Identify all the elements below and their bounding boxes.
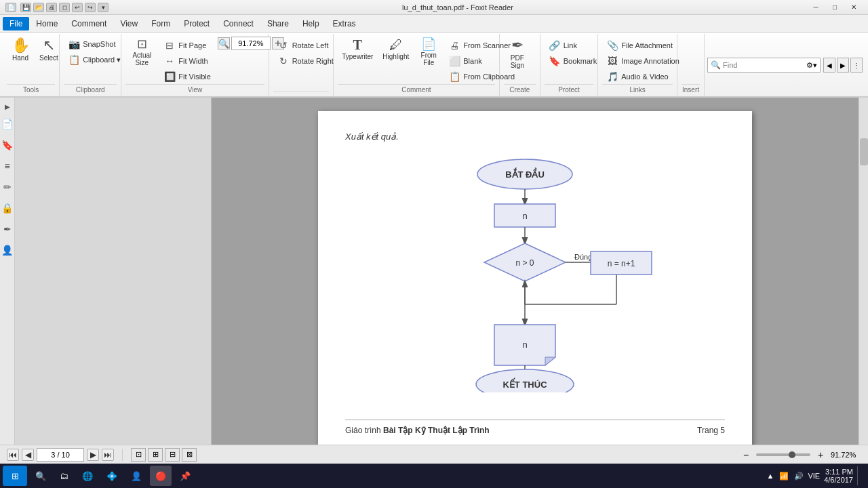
double-page-view-button[interactable]: ⊞ — [148, 448, 163, 462]
blank-icon: ⬜ — [448, 56, 460, 66]
clipboard-button[interactable]: 📋 Clipboard ▾ — [64, 52, 125, 67]
rotate-left-button[interactable]: ↺ Rotate Left — [273, 38, 338, 53]
sidebar-sign-icon[interactable]: ✒ — [1, 220, 14, 239]
app4-taskbar-button[interactable]: 📌 — [174, 466, 196, 486]
search-options-button[interactable]: ⋮ — [850, 58, 863, 73]
start-button[interactable]: ⊞ — [3, 466, 27, 486]
show-desktop-button[interactable] — [857, 466, 863, 485]
bookmark-button[interactable]: 🔖 Bookmark — [545, 54, 601, 68]
single-page-view-button[interactable]: ⊡ — [131, 448, 146, 462]
links-group-label: Links — [602, 84, 673, 95]
menu-extras[interactable]: Extras — [326, 17, 363, 30]
sidebar-user-icon[interactable]: 👤 — [1, 241, 14, 260]
typewriter-button[interactable]: T Typewriter — [338, 35, 377, 77]
fit-width-label: Fit Width — [178, 57, 208, 65]
fit-visible-button[interactable]: 🔲 Fit Visible — [159, 69, 214, 84]
svg-text:n > 0: n > 0 — [515, 258, 534, 268]
link-label: Link — [564, 41, 577, 49]
file-attachment-icon: 📎 — [606, 40, 618, 51]
sidebar-toggle[interactable]: ▶ — [1, 100, 14, 113]
print-icon[interactable]: 🖨 — [46, 3, 57, 12]
rotate-right-button[interactable]: ↻ Rotate Right — [273, 54, 338, 68]
hand-label: Hand — [12, 54, 28, 62]
open-icon[interactable]: 📂 — [33, 3, 44, 12]
menu-connect[interactable]: Connect — [216, 17, 260, 30]
insert-group-label: Insert — [682, 84, 700, 95]
image-annotation-icon: 🖼 — [606, 56, 618, 66]
highlight-button[interactable]: 🖊 Highlight — [378, 35, 413, 77]
more-icon[interactable]: ▾ — [98, 3, 108, 12]
panel-area — [15, 98, 212, 445]
protect-group-label: Protect — [545, 84, 593, 95]
foxit-taskbar-button[interactable]: 🔴 — [150, 466, 172, 486]
menu-protect[interactable]: Protect — [177, 17, 216, 30]
search-input[interactable] — [723, 61, 804, 69]
menu-comment[interactable]: Comment — [64, 17, 113, 30]
scroll-view-button[interactable]: ⊟ — [165, 448, 180, 462]
chrome-taskbar-button[interactable]: 🌐 — [77, 466, 98, 486]
redo-icon[interactable]: ↪ — [85, 3, 96, 12]
zoom-in-status-button[interactable]: + — [814, 449, 827, 460]
sidebar-layers-icon[interactable]: ≡ — [1, 157, 14, 176]
volume-icon[interactable]: 🔊 — [794, 472, 804, 481]
document-area[interactable]: Xuất kết quả. BẮT ĐẦU n n — [212, 98, 859, 445]
fit-width-button[interactable]: ↔ Fit Width — [159, 54, 214, 68]
close-button[interactable]: ✕ — [845, 2, 863, 13]
from-file-label: FromFile — [421, 52, 437, 66]
sidebar-lock-icon[interactable]: 🔒 — [1, 199, 14, 218]
audio-video-icon: 🎵 — [606, 71, 618, 82]
sidebar-page-icon[interactable]: 📄 — [1, 115, 14, 134]
hand-tool-button[interactable]: ✋ Hand — [7, 35, 34, 77]
undo-icon[interactable]: ↩ — [72, 3, 83, 12]
sidebar-bookmark-icon[interactable]: 🔖 — [1, 136, 14, 155]
last-page-button[interactable]: ⏭ — [102, 449, 114, 461]
audio-video-button[interactable]: 🎵 Audio & Video — [602, 69, 684, 84]
ribbon-group-view: ⊡ ActualSize ⊟ Fit Page ↔ Fit Width 🔲 Fi… — [121, 34, 269, 96]
files-taskbar-button[interactable]: 🗂 — [54, 466, 74, 486]
snapshot-label: SnapShot — [83, 40, 115, 48]
next-page-button[interactable]: ▶ — [87, 449, 99, 461]
fit-page-label: Fit Page — [178, 41, 206, 49]
maximize-button[interactable]: □ — [826, 2, 844, 13]
search-prev-button[interactable]: ◀ — [823, 58, 835, 73]
page-subtitle: Xuất kết quả. — [345, 131, 725, 142]
menu-help[interactable]: Help — [296, 17, 326, 30]
svg-text:Đúng: Đúng — [574, 253, 592, 261]
actual-size-button[interactable]: ⊡ ActualSize — [125, 35, 158, 77]
zoom-out-button[interactable]: 🔍 — [218, 37, 230, 49]
prev-page-button[interactable]: ◀ — [22, 449, 34, 461]
app2-taskbar-button[interactable]: 👤 — [125, 466, 147, 486]
file-attachment-label: File Attachment — [621, 41, 673, 49]
fit-page-button[interactable]: ⊟ Fit Page — [159, 38, 214, 53]
scrollbar-thumb[interactable] — [860, 138, 868, 165]
save-icon[interactable]: 💾 — [20, 3, 31, 12]
right-scrollbar[interactable] — [859, 98, 868, 445]
pdf-sign-button[interactable]: ✒ PDFSign — [504, 35, 531, 77]
tray-arrow-icon[interactable]: ▲ — [767, 472, 774, 480]
fit-view-button[interactable]: ⊠ — [182, 448, 197, 462]
menu-file[interactable]: File — [3, 17, 29, 30]
qa1-icon[interactable]: ◻ — [59, 3, 70, 12]
search-taskbar-button[interactable]: 🔍 — [30, 466, 52, 486]
app1-taskbar-button[interactable]: 💠 — [101, 466, 123, 486]
link-button[interactable]: 🔗 Link — [545, 38, 601, 53]
search-settings-icon[interactable]: ⚙▾ — [806, 61, 817, 70]
zoom-out-status-button[interactable]: − — [740, 449, 752, 460]
file-attachment-button[interactable]: 📎 File Attachment — [602, 38, 684, 53]
search-next-button[interactable]: ▶ — [837, 58, 849, 73]
first-page-button[interactable]: ⏮ — [7, 449, 19, 461]
sidebar-annot-icon[interactable]: ✏ — [1, 178, 14, 197]
zoom-percent-display: 91.72% — [831, 451, 861, 459]
select-tool-button[interactable]: ↖ Select — [35, 35, 62, 77]
menu-view[interactable]: View — [113, 17, 144, 30]
minimize-button[interactable]: ─ — [807, 2, 825, 13]
menu-share[interactable]: Share — [260, 17, 296, 30]
from-file-button[interactable]: 📄 FromFile — [414, 35, 443, 77]
page-input[interactable] — [37, 448, 84, 462]
zoom-input[interactable] — [231, 37, 271, 50]
snapshot-button[interactable]: 📷 SnapShot — [64, 37, 125, 52]
menu-home[interactable]: Home — [29, 17, 64, 30]
image-annotation-button[interactable]: 🖼 Image Annotation — [602, 54, 684, 68]
menu-form[interactable]: Form — [144, 17, 177, 30]
zoom-slider[interactable] — [756, 453, 810, 456]
